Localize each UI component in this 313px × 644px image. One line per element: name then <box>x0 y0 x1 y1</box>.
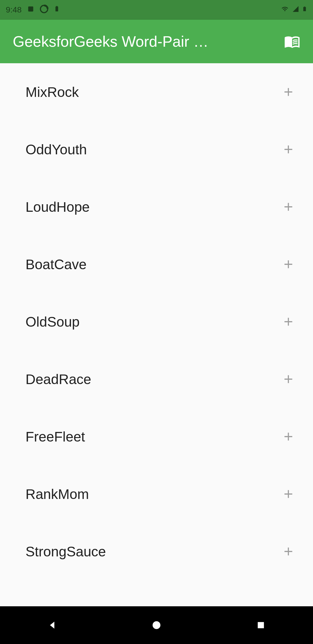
word-pair-label: RankMom <box>26 486 89 502</box>
list-item[interactable]: LoudHope <box>0 178 313 236</box>
plus-icon <box>282 545 295 558</box>
word-pair-label: BoatCave <box>26 256 87 272</box>
app-title: GeeksforGeeks Word-Pair … <box>13 33 208 50</box>
list-item[interactable]: DeadRace <box>0 350 313 408</box>
status-time: 9:48 <box>6 5 22 15</box>
saved-list-button[interactable] <box>284 33 300 50</box>
plus-icon <box>282 200 295 214</box>
list-item[interactable]: FreeFleet <box>0 408 313 465</box>
word-pair-label: MixRock <box>26 84 79 100</box>
app-bar: GeeksforGeeks Word-Pair … <box>0 20 313 63</box>
word-pair-label: LoudHope <box>26 199 90 215</box>
status-bar-left: 9:48 <box>6 5 60 15</box>
list-item[interactable]: StrongSauce <box>0 523 313 580</box>
add-button[interactable] <box>281 487 296 501</box>
status-bar: 9:48 <box>0 0 313 20</box>
word-pair-label: DeadRace <box>26 371 91 387</box>
add-button[interactable] <box>281 314 296 329</box>
plus-icon <box>282 85 295 99</box>
signal-icon <box>292 5 299 15</box>
word-pair-label: FreeFleet <box>26 429 85 445</box>
list-item[interactable]: BoatCave <box>0 236 313 293</box>
notification-icon <box>27 5 34 15</box>
circle-home-icon <box>151 620 162 630</box>
svg-rect-4 <box>303 7 306 11</box>
word-pair-label: OddYouth <box>26 142 87 158</box>
list-item[interactable]: RankMom <box>0 465 313 523</box>
add-button[interactable] <box>281 142 296 157</box>
plus-icon <box>282 143 295 156</box>
svg-rect-7 <box>258 622 264 628</box>
svg-rect-5 <box>304 6 305 7</box>
plus-icon <box>282 487 295 501</box>
svg-rect-0 <box>28 6 33 11</box>
add-button[interactable] <box>281 429 296 444</box>
list-item[interactable]: OddYouth <box>0 121 313 178</box>
plus-icon <box>282 315 295 328</box>
triangle-back-icon <box>47 620 57 630</box>
svg-rect-3 <box>56 6 58 6</box>
add-button[interactable] <box>281 257 296 272</box>
wifi-icon <box>281 5 289 15</box>
square-recent-icon <box>256 621 265 630</box>
book-icon <box>284 33 300 50</box>
list-item[interactable]: MixRock <box>0 63 313 121</box>
plus-icon <box>282 430 295 443</box>
plus-icon <box>282 372 295 386</box>
add-button[interactable] <box>281 544 296 559</box>
plus-icon <box>282 258 295 271</box>
navigation-bar <box>0 606 313 644</box>
word-pair-list[interactable]: MixRockOddYouthLoudHopeBoatCaveOldSoupDe… <box>0 63 313 606</box>
add-button[interactable] <box>281 200 296 214</box>
battery-icon-small <box>54 5 60 15</box>
svg-rect-2 <box>55 6 58 11</box>
word-pair-label: StrongSauce <box>26 544 106 560</box>
nav-back-button[interactable] <box>35 616 70 634</box>
data-saver-icon <box>40 5 48 15</box>
svg-point-6 <box>153 621 161 629</box>
add-button[interactable] <box>281 85 296 99</box>
status-bar-right <box>281 5 307 15</box>
battery-icon <box>302 5 307 15</box>
nav-recent-button[interactable] <box>243 616 278 634</box>
list-item[interactable]: OldSoup <box>0 293 313 350</box>
nav-home-button[interactable] <box>139 616 174 634</box>
add-button[interactable] <box>281 372 296 386</box>
word-pair-label: OldSoup <box>26 314 80 330</box>
